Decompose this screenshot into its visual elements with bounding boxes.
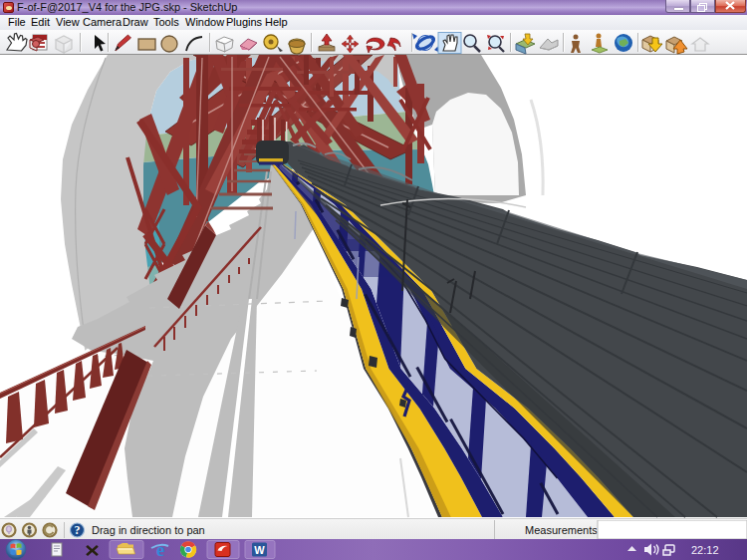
svg-text:e: e (156, 539, 164, 560)
svg-text:22:12: 22:12 (691, 544, 719, 556)
svg-text:W: W (254, 544, 265, 556)
svg-text:?: ? (75, 523, 81, 537)
svg-text:Drag in direction to pan: Drag in direction to pan (92, 524, 205, 536)
svg-text:Measurements: Measurements (525, 524, 598, 536)
